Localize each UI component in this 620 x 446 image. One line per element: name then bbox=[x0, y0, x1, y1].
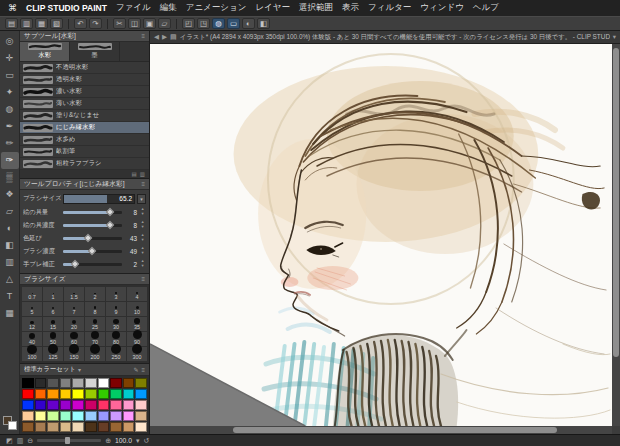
color-swatch[interactable] bbox=[60, 422, 72, 432]
brush-size-preset[interactable]: 150 bbox=[64, 347, 84, 361]
figure-tool-icon[interactable]: △ bbox=[1, 271, 19, 288]
brush-item[interactable]: 粗粒ラフブラシ bbox=[20, 158, 149, 170]
brush-item[interactable]: 畝割筆 bbox=[20, 146, 149, 158]
fill-mode-icon[interactable]: ◧ bbox=[257, 18, 270, 29]
subtool-tab-ink[interactable]: 墨 bbox=[70, 42, 120, 61]
brush-size-panel-header[interactable]: ブラシサイズ ≡ bbox=[20, 274, 149, 285]
blend-tool-icon[interactable]: ◐ bbox=[1, 220, 19, 237]
brush-size-preset[interactable]: 3 bbox=[106, 287, 126, 301]
open-file-icon[interactable]: ▥ bbox=[20, 18, 33, 29]
color-swatch[interactable] bbox=[135, 411, 147, 421]
brush-size-preset[interactable]: 6 bbox=[43, 302, 63, 316]
brush-item[interactable]: 透明水彩 bbox=[20, 74, 149, 86]
fit-screen-icon[interactable]: ◰ bbox=[182, 18, 195, 29]
brush-size-preset[interactable]: 40 bbox=[22, 332, 42, 346]
brush-size-preset[interactable]: 4 bbox=[127, 287, 147, 301]
vertical-scrollbar[interactable] bbox=[612, 44, 620, 426]
slider-thumb[interactable] bbox=[106, 220, 114, 228]
save-icon[interactable]: ▦ bbox=[35, 18, 48, 29]
color-indicator[interactable] bbox=[3, 416, 17, 430]
brush-size-preset[interactable]: 1.5 bbox=[64, 287, 84, 301]
background-color-swatch[interactable] bbox=[8, 421, 17, 430]
brush-size-preset[interactable]: 0.7 bbox=[22, 287, 42, 301]
brush-size-preset[interactable]: 20 bbox=[64, 317, 84, 331]
zoom-slider-thumb[interactable] bbox=[65, 437, 70, 444]
zoom-out-icon[interactable]: ⊖ bbox=[27, 437, 33, 445]
color-swatch[interactable] bbox=[110, 411, 122, 421]
delete-subtool-icon[interactable]: ▥ bbox=[140, 171, 145, 177]
brush-size-preset[interactable]: 12 bbox=[22, 317, 42, 331]
text-tool-icon[interactable]: T bbox=[1, 288, 19, 305]
color-swatch[interactable] bbox=[35, 411, 47, 421]
color-swatch[interactable] bbox=[72, 422, 84, 432]
color-swatch[interactable] bbox=[60, 411, 72, 421]
brush-size-input[interactable]: 65.2 bbox=[63, 194, 135, 204]
brush-tool-icon[interactable]: ✑ bbox=[1, 152, 19, 169]
slider-thumb[interactable] bbox=[71, 259, 79, 267]
menu-item-edit[interactable]: 編集 bbox=[160, 2, 177, 14]
brush-size-preset[interactable]: 25 bbox=[85, 317, 105, 331]
brush-size-preset[interactable]: 125 bbox=[43, 347, 63, 361]
color-set-selector[interactable]: 標準カラーセット▾ bbox=[24, 365, 130, 374]
zoom-dropdown-icon[interactable]: ▾ bbox=[136, 437, 140, 445]
next-canvas-icon[interactable]: ▶ bbox=[162, 33, 167, 41]
invert-icon[interactable]: ◐ bbox=[242, 18, 255, 29]
fill-tool-icon[interactable]: ◧ bbox=[1, 237, 19, 254]
airbrush-tool-icon[interactable]: ▒ bbox=[1, 169, 19, 186]
color-swatch[interactable] bbox=[85, 422, 97, 432]
color-swatch[interactable] bbox=[72, 389, 84, 399]
brush-size-preset[interactable]: 8 bbox=[85, 302, 105, 316]
color-swatch[interactable] bbox=[98, 389, 110, 399]
color-swatch[interactable] bbox=[60, 378, 72, 388]
color-swatch[interactable] bbox=[47, 422, 59, 432]
layer-move-tool-icon[interactable]: ▦ bbox=[1, 305, 19, 322]
color-swatch[interactable] bbox=[135, 422, 147, 432]
brush-size-preset[interactable]: 200 bbox=[85, 347, 105, 361]
stepper-icon[interactable]: ▴▾ bbox=[139, 233, 146, 242]
slider-thumb[interactable] bbox=[84, 233, 92, 241]
delete-icon[interactable]: ▱ bbox=[158, 18, 171, 29]
brush-size-preset[interactable]: 35 bbox=[127, 317, 147, 331]
slider-track[interactable] bbox=[63, 263, 122, 266]
color-swatch[interactable] bbox=[47, 400, 59, 410]
brush-size-preset[interactable]: 30 bbox=[106, 317, 126, 331]
slider-track[interactable] bbox=[63, 224, 122, 227]
brush-size-preset[interactable]: 100 bbox=[22, 347, 42, 361]
paste-icon[interactable]: ▣ bbox=[143, 18, 156, 29]
undo-icon[interactable]: ↶ bbox=[74, 18, 87, 29]
brush-size-preset[interactable]: 1 bbox=[43, 287, 63, 301]
brush-item[interactable]: 塗り&なじませ bbox=[20, 110, 149, 122]
color-swatch[interactable] bbox=[60, 389, 72, 399]
brush-size-dropdown-icon[interactable]: ▾ bbox=[137, 194, 146, 204]
stepper-icon[interactable]: ▴▾ bbox=[139, 259, 146, 268]
brush-item[interactable]: 不透明水彩 bbox=[20, 62, 149, 74]
color-swatch[interactable] bbox=[60, 400, 72, 410]
brush-size-preset[interactable]: 2 bbox=[85, 287, 105, 301]
color-swatch[interactable] bbox=[110, 422, 122, 432]
zoom-slider[interactable] bbox=[37, 439, 101, 442]
reset-view-icon[interactable]: ↺ bbox=[144, 437, 150, 445]
stepper-icon[interactable]: ▴▾ bbox=[139, 207, 146, 216]
color-swatch[interactable] bbox=[22, 411, 34, 421]
menu-item-help[interactable]: ヘルプ bbox=[473, 2, 499, 14]
save-all-icon[interactable]: ▧ bbox=[50, 18, 63, 29]
eyedropper-tool-icon[interactable]: ◍ bbox=[1, 101, 19, 118]
color-swatch[interactable] bbox=[35, 389, 47, 399]
zoom-tool-icon[interactable]: ◎ bbox=[1, 33, 19, 50]
selection-mode-icon[interactable]: ▭ bbox=[227, 18, 240, 29]
slider-track[interactable] bbox=[63, 211, 122, 214]
cut-icon[interactable]: ✂ bbox=[113, 18, 126, 29]
menu-item-layer[interactable]: レイヤー bbox=[255, 2, 290, 14]
color-swatch[interactable] bbox=[123, 422, 135, 432]
color-swatch[interactable] bbox=[123, 378, 135, 388]
color-swatch[interactable] bbox=[135, 389, 147, 399]
new-file-icon[interactable]: ▤ bbox=[5, 18, 18, 29]
menu-item-view[interactable]: 表示 bbox=[342, 2, 359, 14]
panel-menu-icon[interactable]: ≡ bbox=[141, 367, 145, 373]
zoom-in-icon[interactable]: ⊕ bbox=[105, 437, 111, 445]
pen-tool-icon[interactable]: ✒ bbox=[1, 118, 19, 135]
color-swatch[interactable] bbox=[35, 422, 47, 432]
color-swatch[interactable] bbox=[123, 400, 135, 410]
horizontal-scrollbar-thumb[interactable] bbox=[233, 427, 556, 433]
artwork-canvas[interactable] bbox=[150, 44, 612, 426]
